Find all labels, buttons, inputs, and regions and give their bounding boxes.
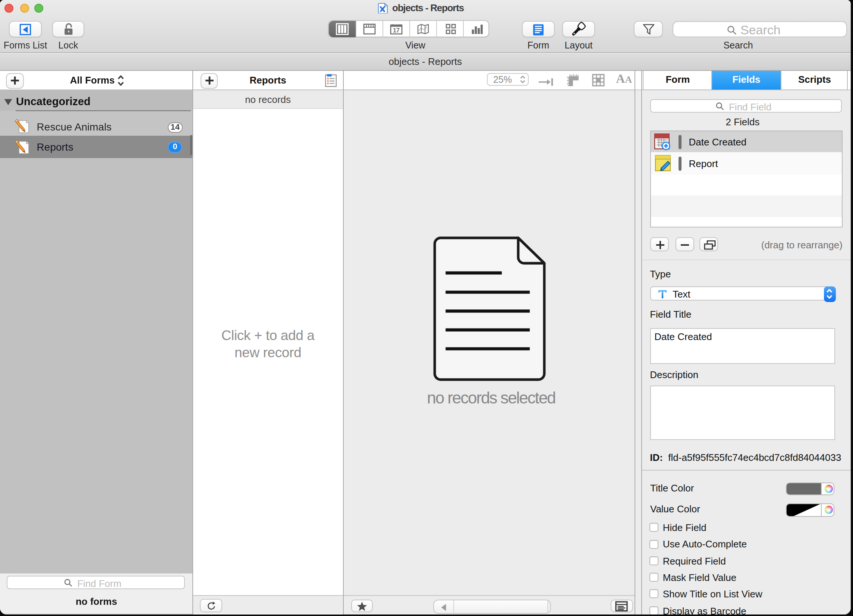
svg-text:17: 17 — [393, 27, 400, 33]
